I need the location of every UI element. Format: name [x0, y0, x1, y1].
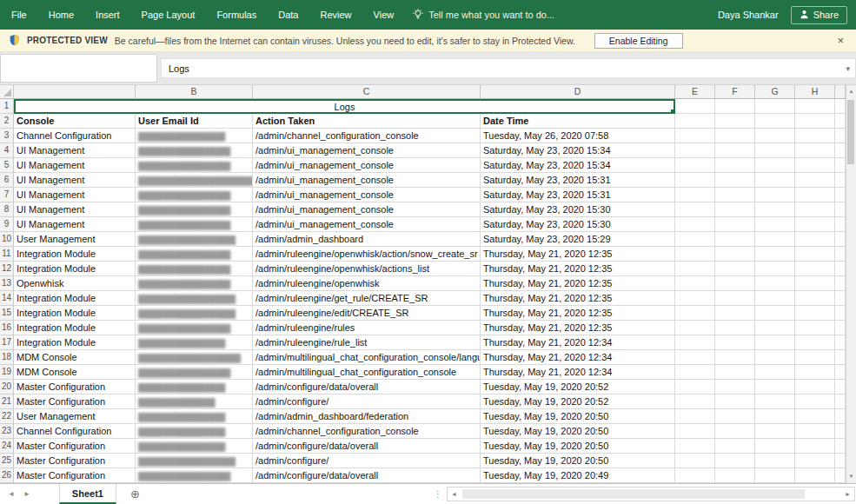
- cell-empty[interactable]: [835, 321, 846, 335]
- cell-empty[interactable]: [795, 291, 835, 306]
- cell-empty[interactable]: [835, 409, 846, 424]
- row-number[interactable]: 7: [0, 188, 14, 202]
- cell-email[interactable]: ██████████████████: [136, 202, 253, 217]
- cell-empty[interactable]: [795, 350, 835, 365]
- cell-empty[interactable]: [715, 395, 755, 409]
- cell-empty[interactable]: [755, 114, 795, 129]
- cell-datetime[interactable]: Thursday, May 21, 2020 12:35: [481, 276, 675, 291]
- select-all-button[interactable]: [0, 85, 14, 99]
- cell-datetime[interactable]: Tuesday, May 19, 2020 20:50: [481, 454, 675, 468]
- cell-datetime[interactable]: Thursday, May 21, 2020 12:35: [481, 306, 675, 321]
- row-number[interactable]: 4: [0, 143, 14, 158]
- cell-empty[interactable]: [835, 217, 846, 232]
- cell-datetime[interactable]: Saturday, May 23, 2020 15:31: [481, 173, 675, 188]
- cell-action[interactable]: /admin/ruleengine/openwhisk/action/snow_…: [253, 247, 481, 262]
- cell-datetime[interactable]: Tuesday, May 19, 2020 20:50: [481, 424, 675, 439]
- cell-console[interactable]: UI Management: [14, 217, 136, 232]
- cell-empty[interactable]: [755, 217, 795, 232]
- cell-console[interactable]: Integration Module: [14, 247, 136, 262]
- name-box[interactable]: [0, 54, 157, 83]
- cell-empty[interactable]: [795, 247, 835, 262]
- cell-action[interactable]: /admin/ruleengine/rules: [253, 321, 481, 335]
- cell-email[interactable]: ██████████████████: [136, 468, 253, 483]
- cell-empty[interactable]: [835, 291, 846, 306]
- cell-empty[interactable]: [755, 424, 795, 439]
- cell-empty[interactable]: [675, 276, 715, 291]
- cell-datetime[interactable]: Thursday, May 21, 2020 12:35: [481, 291, 675, 306]
- cell-email[interactable]: ██████████████████: [136, 143, 253, 158]
- cell-empty[interactable]: [675, 291, 715, 306]
- cell-empty[interactable]: [715, 202, 755, 217]
- cell-empty[interactable]: [795, 439, 835, 454]
- ribbon-tab-insert[interactable]: Insert: [96, 10, 120, 20]
- cell-empty[interactable]: [795, 424, 835, 439]
- cell-console[interactable]: Integration Module: [14, 291, 136, 306]
- tell-me-box[interactable]: Tell me what you want to do...: [413, 9, 554, 22]
- cell-console[interactable]: UI Management: [14, 202, 136, 217]
- cell-datetime[interactable]: Tuesday, May 19, 2020 20:49: [481, 468, 675, 483]
- cell-empty[interactable]: [715, 114, 755, 129]
- cell-action[interactable]: /admin/ruleengine/edit/CREATE_SR: [253, 306, 481, 321]
- cell-empty[interactable]: [755, 202, 795, 217]
- cell-datetime[interactable]: Tuesday, May 19, 2020 20:52: [481, 395, 675, 409]
- cell-empty[interactable]: [715, 365, 755, 380]
- cell-empty[interactable]: [755, 321, 795, 335]
- cell-empty[interactable]: [715, 380, 755, 395]
- cell-empty[interactable]: [715, 158, 755, 173]
- cell-console[interactable]: Channel Configuration: [14, 424, 136, 439]
- cell-action[interactable]: /admin/ruleengine/openwhisk/actions_list: [253, 262, 481, 276]
- cell-empty[interactable]: [795, 380, 835, 395]
- scroll-left-icon[interactable]: ◄: [448, 491, 461, 497]
- cell-empty[interactable]: [755, 395, 795, 409]
- cell-datetime[interactable]: Saturday, May 23, 2020 15:30: [481, 217, 675, 232]
- cell-empty[interactable]: [755, 350, 795, 365]
- cell-empty[interactable]: [755, 247, 795, 262]
- column-header-blank[interactable]: [14, 85, 136, 99]
- cell-email[interactable]: ███████████████████: [136, 232, 253, 247]
- row-number[interactable]: 26: [0, 468, 14, 483]
- cell-empty[interactable]: [755, 409, 795, 424]
- cell-empty[interactable]: [835, 439, 846, 454]
- cell-action[interactable]: /admin/ui_management_console: [253, 217, 481, 232]
- cell-console[interactable]: Channel Configuration: [14, 129, 136, 143]
- cell-datetime[interactable]: Thursday, May 21, 2020 12:35: [481, 321, 675, 335]
- cell-empty[interactable]: [835, 158, 846, 173]
- cell-empty[interactable]: [795, 365, 835, 380]
- cell-email[interactable]: ██████████████████: [136, 217, 253, 232]
- column-header-H[interactable]: H: [795, 85, 835, 99]
- cell-action[interactable]: /admin/ui_management_console: [253, 173, 481, 188]
- row-number[interactable]: 13: [0, 276, 14, 291]
- header-cell[interactable]: User Email Id: [136, 114, 253, 129]
- row-number[interactable]: 14: [0, 291, 14, 306]
- cell-datetime[interactable]: Saturday, May 23, 2020 15:34: [481, 158, 675, 173]
- cell-empty[interactable]: [755, 468, 795, 483]
- column-header-D[interactable]: D: [481, 85, 675, 99]
- header-cell[interactable]: Action Taken: [253, 114, 481, 129]
- column-header-G[interactable]: G: [755, 85, 795, 99]
- cell-console[interactable]: Master Configuration: [14, 454, 136, 468]
- horizontal-scroll-track[interactable]: [461, 487, 841, 501]
- vertical-scroll-thumb[interactable]: [847, 100, 854, 164]
- cell-console[interactable]: MDM Console: [14, 350, 136, 365]
- cell-empty[interactable]: [675, 247, 715, 262]
- fill-handle[interactable]: [670, 109, 675, 114]
- cell-action[interactable]: /admin/multilingual_chat_configuration_c…: [253, 365, 481, 380]
- formula-bar[interactable]: Logs ▾: [161, 58, 856, 78]
- cell-empty[interactable]: [755, 173, 795, 188]
- cell-empty[interactable]: [795, 143, 835, 158]
- cell-empty[interactable]: [835, 99, 846, 114]
- cell-console[interactable]: Master Configuration: [14, 395, 136, 409]
- row-number[interactable]: 3: [0, 129, 14, 143]
- row-number[interactable]: 22: [0, 409, 14, 424]
- cell-empty[interactable]: [835, 188, 846, 202]
- cell-empty[interactable]: [755, 99, 795, 114]
- cell-empty[interactable]: [675, 350, 715, 365]
- cell-empty[interactable]: [715, 306, 755, 321]
- cell-empty[interactable]: [675, 202, 715, 217]
- cell-datetime[interactable]: Tuesday, May 26, 2020 07:58: [481, 129, 675, 143]
- cell-empty[interactable]: [835, 306, 846, 321]
- cell-empty[interactable]: [755, 306, 795, 321]
- cell-empty[interactable]: [755, 276, 795, 291]
- cell-datetime[interactable]: Thursday, May 21, 2020 12:34: [481, 335, 675, 350]
- cell-empty[interactable]: [715, 217, 755, 232]
